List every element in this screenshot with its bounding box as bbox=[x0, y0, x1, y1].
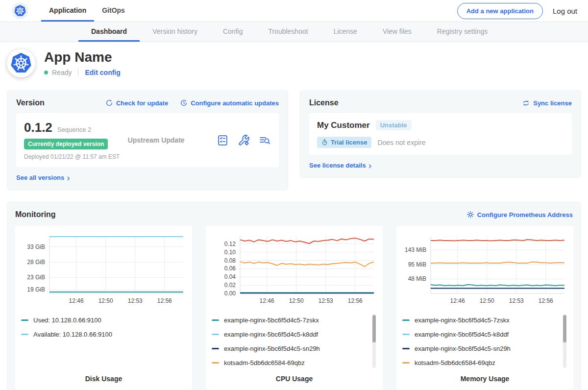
subnav-tab-license[interactable]: License bbox=[321, 22, 370, 42]
memory-usage-title: Memory Usage bbox=[402, 375, 567, 383]
legend-label: example-nginx-5bc6f5d4c5-k8ddf bbox=[415, 331, 509, 338]
legend-item: example-nginx-5bc6f5d4c5-k8ddf bbox=[402, 327, 559, 341]
see-license-details-link[interactable]: See license details › bbox=[309, 162, 371, 169]
divider bbox=[78, 69, 78, 76]
monitoring-title: Monitoring bbox=[15, 210, 56, 219]
legend-label: example-nginx-5bc6f5d4c5-sn29h bbox=[415, 345, 511, 352]
subnav-tab-config[interactable]: Config bbox=[210, 22, 255, 42]
legend-label: example-nginx-5bc6f5d4c5-7zskx bbox=[415, 317, 510, 324]
see-all-versions-label: See all versions bbox=[16, 174, 64, 181]
legend-dash-icon bbox=[402, 348, 410, 349]
memory-usage-plot: 48 MiB95 MiB143 MiB12:4612:5012:5312:56 bbox=[402, 232, 567, 305]
topnav-right: Add a new application Log out bbox=[457, 3, 577, 19]
charts-row: 19 GiB23 GiB28 GiB33 GiB12:4612:5012:531… bbox=[15, 226, 573, 390]
license-type-badge: Trial license bbox=[317, 137, 371, 148]
cpu-usage-title: CPU Usage bbox=[212, 375, 377, 383]
legend-item: Available: 10.128.0.66:9100 bbox=[21, 327, 177, 341]
svg-text:143 MiB: 143 MiB bbox=[405, 246, 426, 253]
license-card-title: License bbox=[309, 98, 339, 107]
svg-text:28 GiB: 28 GiB bbox=[27, 259, 45, 266]
license-expiry: Does not expire bbox=[377, 139, 425, 146]
sync-license-link[interactable]: Sync license bbox=[522, 99, 572, 107]
logout-button[interactable]: Log out bbox=[553, 7, 577, 15]
svg-text:12:56: 12:56 bbox=[157, 297, 172, 304]
status-text: Ready bbox=[52, 69, 72, 76]
disk-usage-title: Disk Usage bbox=[21, 375, 186, 383]
top-nav: ApplicationGitOps Add a new application … bbox=[0, 0, 588, 22]
legend-dash-icon bbox=[212, 362, 219, 364]
configure-prometheus-link[interactable]: Configure Prometheus Address bbox=[466, 211, 573, 219]
deployed-timestamp: Deployed 01/21/22 @ 11:57 am EST bbox=[24, 153, 128, 160]
legend-item: kotsadm-5db6dc6584-69qbz bbox=[402, 356, 559, 370]
legend-dash-icon bbox=[402, 362, 410, 364]
svg-text:48 MiB: 48 MiB bbox=[408, 275, 426, 282]
config-wrench-gear-icon[interactable] bbox=[238, 134, 250, 146]
chevron-right-icon: › bbox=[67, 174, 70, 181]
legend-dash-icon bbox=[402, 319, 410, 321]
legend-dash-icon bbox=[21, 319, 28, 321]
cpu-usage-legend: example-nginx-5bc6f5d4c5-7zskxexample-ng… bbox=[212, 313, 377, 371]
legend-item: kotsadm-5db6dc6584-69qbz bbox=[212, 356, 368, 370]
legend-label: Used: 10.128.0.66:9100 bbox=[33, 317, 101, 324]
monitoring-section: Monitoring Configure Prometheus Address … bbox=[7, 202, 581, 390]
topnav-tab-application[interactable]: Application bbox=[41, 0, 94, 22]
svg-text:12:50: 12:50 bbox=[98, 297, 113, 304]
chart-card-memory-usage: 48 MiB95 MiB143 MiB12:4612:5012:5312:56e… bbox=[396, 226, 573, 390]
svg-text:12:56: 12:56 bbox=[348, 297, 363, 304]
svg-text:12:56: 12:56 bbox=[539, 297, 553, 304]
legend-label: kotsadm-5db6dc6584-69qbz bbox=[415, 359, 495, 366]
disk-usage-plot: 19 GiB23 GiB28 GiB33 GiB12:4612:5012:531… bbox=[21, 232, 186, 305]
legend-label: Available: 10.128.0.66:9100 bbox=[33, 331, 112, 338]
svg-text:12:50: 12:50 bbox=[480, 297, 494, 304]
customer-name: My Customer bbox=[317, 121, 370, 130]
legend-item: example-nginx-5bc6f5d4c5-7zskx bbox=[402, 313, 559, 327]
kubernetes-logo-icon bbox=[14, 4, 26, 17]
subnav-tab-view-files[interactable]: View files bbox=[370, 22, 424, 42]
license-type-label: Trial license bbox=[331, 139, 367, 146]
add-application-button[interactable]: Add a new application bbox=[457, 3, 543, 19]
sync-icon bbox=[522, 99, 530, 107]
memory-usage-legend: example-nginx-5bc6f5d4c5-7zskxexample-ng… bbox=[402, 313, 567, 371]
refresh-icon bbox=[105, 99, 113, 107]
svg-text:0.12: 0.12 bbox=[224, 241, 236, 247]
legend-dash-icon bbox=[212, 319, 219, 321]
subnav-tab-version-history[interactable]: Version history bbox=[140, 22, 210, 42]
app-logo bbox=[7, 49, 35, 77]
preflight-checklist-icon[interactable] bbox=[217, 134, 229, 146]
see-all-versions-link[interactable]: See all versions › bbox=[16, 174, 70, 181]
subnav-tab-troubleshoot[interactable]: Troubleshoot bbox=[255, 22, 320, 42]
legend-dash-icon bbox=[212, 348, 219, 349]
license-details-box: My Customer Unstable Trial license Does … bbox=[309, 113, 572, 155]
configure-automatic-updates-label: Configure automatic updates bbox=[191, 99, 279, 107]
legend-dash-icon bbox=[21, 334, 28, 335]
legend-item: example-nginx-5bc6f5d4c5-sn29h bbox=[402, 341, 559, 356]
topnav-tab-gitops[interactable]: GitOps bbox=[94, 0, 133, 22]
legend-dash-icon bbox=[212, 334, 219, 335]
check-for-update-label: Check for update bbox=[116, 99, 168, 107]
legend-label: example-nginx-5bc6f5d4c5-k8ddf bbox=[224, 331, 318, 338]
legend-scrollbar-thumb[interactable] bbox=[563, 315, 566, 342]
clock-rotate-icon bbox=[180, 99, 188, 107]
svg-text:12:46: 12:46 bbox=[69, 297, 84, 304]
check-for-update-link[interactable]: Check for update bbox=[105, 99, 168, 107]
subnav-tab-dashboard[interactable]: Dashboard bbox=[78, 22, 140, 42]
current-version-box: 0.1.2 Sequence 2 Currently deployed vers… bbox=[16, 113, 279, 167]
svg-text:95 MiB: 95 MiB bbox=[408, 261, 426, 268]
svg-text:33 GiB: 33 GiB bbox=[27, 244, 45, 250]
view-logs-icon[interactable] bbox=[259, 134, 271, 146]
edit-config-link[interactable]: Edit config bbox=[85, 69, 120, 76]
chevron-right-icon: › bbox=[368, 162, 371, 169]
legend-item: example-nginx-5bc6f5d4c5-sn29h bbox=[212, 341, 368, 356]
svg-text:0.04: 0.04 bbox=[224, 273, 236, 280]
legend-label: example-nginx-5bc6f5d4c5-7zskx bbox=[224, 317, 319, 324]
legend-scrollbar-track[interactable] bbox=[563, 314, 566, 368]
app-sub-nav: DashboardVersion historyConfigTroublesho… bbox=[0, 22, 588, 42]
kubernetes-logo-button[interactable] bbox=[12, 2, 28, 19]
gear-icon bbox=[466, 211, 474, 219]
legend-scrollbar-thumb[interactable] bbox=[372, 315, 376, 342]
subnav-tab-registry-settings[interactable]: Registry settings bbox=[424, 22, 500, 42]
svg-text:0.08: 0.08 bbox=[224, 257, 236, 264]
legend-scrollbar-track[interactable] bbox=[372, 314, 376, 368]
svg-text:12:53: 12:53 bbox=[128, 297, 143, 304]
configure-automatic-updates-link[interactable]: Configure automatic updates bbox=[180, 99, 279, 107]
